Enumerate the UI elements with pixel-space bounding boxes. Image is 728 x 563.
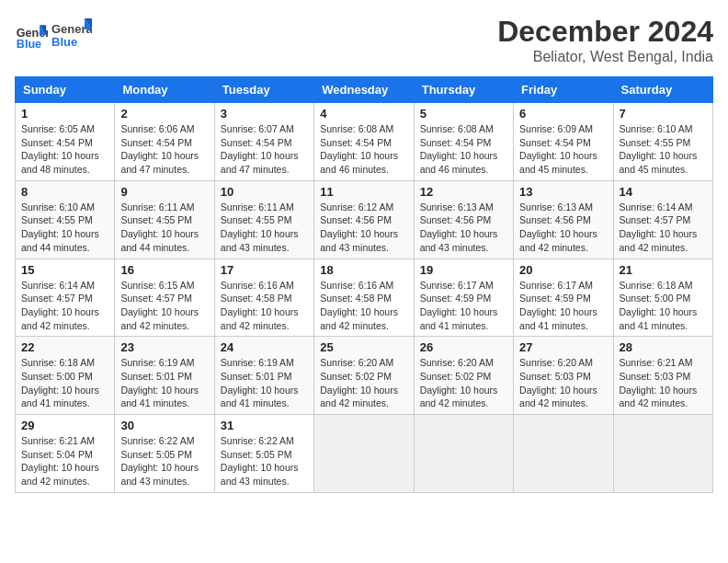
calendar-cell: 7 Sunrise: 6:10 AMSunset: 4:55 PMDayligh…	[613, 103, 712, 181]
calendar-cell: 30 Sunrise: 6:22 AMSunset: 5:05 PMDaylig…	[115, 415, 214, 493]
calendar-cell: 19 Sunrise: 6:17 AMSunset: 4:59 PMDaylig…	[414, 259, 513, 337]
svg-text:Blue: Blue	[51, 35, 77, 49]
day-number: 8	[21, 185, 108, 199]
calendar-cell: 1 Sunrise: 6:05 AMSunset: 4:54 PMDayligh…	[16, 103, 115, 181]
day-info: Sunrise: 6:13 AMSunset: 4:56 PMDaylight:…	[420, 201, 507, 255]
calendar-cell: 31 Sunrise: 6:22 AMSunset: 5:05 PMDaylig…	[214, 415, 313, 493]
day-info: Sunrise: 6:05 AMSunset: 4:54 PMDaylight:…	[21, 122, 108, 177]
calendar-cell: 27 Sunrise: 6:20 AMSunset: 5:03 PMDaylig…	[514, 337, 613, 415]
calendar-cell: 15 Sunrise: 6:14 AMSunset: 4:57 PMDaylig…	[16, 259, 115, 337]
logo-bird-icon: General Blue	[51, 15, 92, 55]
calendar-cell: 8 Sunrise: 6:10 AMSunset: 4:55 PMDayligh…	[16, 180, 115, 259]
header-sunday: Sunday	[16, 77, 115, 103]
calendar-week-2: 8 Sunrise: 6:10 AMSunset: 4:55 PMDayligh…	[16, 180, 713, 259]
day-info: Sunrise: 6:13 AMSunset: 4:56 PMDaylight:…	[519, 201, 607, 255]
day-number: 19	[420, 263, 507, 277]
day-info: Sunrise: 6:11 AMSunset: 4:55 PMDaylight:…	[120, 201, 208, 255]
header-saturday: Saturday	[613, 77, 712, 103]
day-info: Sunrise: 6:18 AMSunset: 5:00 PMDaylight:…	[620, 279, 707, 333]
day-number: 14	[620, 185, 707, 199]
calendar-cell: 23 Sunrise: 6:19 AMSunset: 5:01 PMDaylig…	[115, 337, 214, 415]
calendar-cell: 22 Sunrise: 6:18 AMSunset: 5:00 PMDaylig…	[16, 337, 115, 415]
calendar-cell: 24 Sunrise: 6:19 AMSunset: 5:01 PMDaylig…	[214, 337, 313, 415]
day-number: 28	[620, 340, 707, 354]
day-info: Sunrise: 6:09 AMSunset: 4:54 PMDaylight:…	[519, 122, 607, 177]
calendar-cell: 2 Sunrise: 6:06 AMSunset: 4:54 PMDayligh…	[115, 103, 214, 181]
day-number: 13	[519, 185, 607, 199]
day-info: Sunrise: 6:17 AMSunset: 4:59 PMDaylight:…	[519, 279, 607, 333]
header-monday: Monday	[115, 77, 214, 103]
calendar-cell	[613, 415, 712, 493]
calendar-cell: 5 Sunrise: 6:08 AMSunset: 4:54 PMDayligh…	[414, 103, 513, 181]
day-number: 11	[320, 185, 407, 199]
day-info: Sunrise: 6:20 AMSunset: 5:03 PMDaylight:…	[519, 356, 607, 410]
calendar-week-3: 15 Sunrise: 6:14 AMSunset: 4:57 PMDaylig…	[16, 259, 713, 337]
day-number: 31	[221, 419, 308, 432]
day-number: 6	[519, 107, 607, 121]
day-info: Sunrise: 6:22 AMSunset: 5:05 PMDaylight:…	[221, 434, 308, 488]
day-number: 1	[21, 107, 108, 121]
day-info: Sunrise: 6:21 AMSunset: 5:04 PMDaylight:…	[21, 434, 108, 488]
calendar-header-row: SundayMondayTuesdayWednesdayThursdayFrid…	[16, 77, 713, 103]
day-number: 24	[221, 340, 308, 354]
calendar-cell	[314, 415, 414, 493]
day-info: Sunrise: 6:12 AMSunset: 4:56 PMDaylight:…	[320, 201, 407, 255]
day-info: Sunrise: 6:15 AMSunset: 4:57 PMDaylight:…	[120, 279, 208, 333]
calendar-cell: 12 Sunrise: 6:13 AMSunset: 4:56 PMDaylig…	[414, 180, 513, 259]
calendar-cell: 21 Sunrise: 6:18 AMSunset: 5:00 PMDaylig…	[613, 259, 712, 337]
calendar-cell: 18 Sunrise: 6:16 AMSunset: 4:58 PMDaylig…	[314, 259, 414, 337]
day-number: 16	[120, 263, 208, 277]
calendar-cell: 29 Sunrise: 6:21 AMSunset: 5:04 PMDaylig…	[16, 415, 115, 493]
calendar-cell: 26 Sunrise: 6:20 AMSunset: 5:02 PMDaylig…	[414, 337, 513, 415]
day-info: Sunrise: 6:16 AMSunset: 4:58 PMDaylight:…	[320, 279, 407, 333]
calendar-cell	[514, 415, 613, 493]
day-info: Sunrise: 6:22 AMSunset: 5:05 PMDaylight:…	[120, 434, 208, 488]
calendar-cell: 6 Sunrise: 6:09 AMSunset: 4:54 PMDayligh…	[514, 103, 613, 181]
day-info: Sunrise: 6:10 AMSunset: 4:55 PMDaylight:…	[21, 201, 108, 255]
calendar-cell: 4 Sunrise: 6:08 AMSunset: 4:54 PMDayligh…	[314, 103, 414, 181]
calendar-cell: 9 Sunrise: 6:11 AMSunset: 4:55 PMDayligh…	[115, 180, 214, 259]
calendar-cell: 3 Sunrise: 6:07 AMSunset: 4:54 PMDayligh…	[214, 103, 313, 181]
day-info: Sunrise: 6:17 AMSunset: 4:59 PMDaylight:…	[420, 279, 507, 333]
day-info: Sunrise: 6:20 AMSunset: 5:02 PMDaylight:…	[320, 356, 407, 410]
day-number: 7	[620, 107, 707, 121]
calendar-cell: 16 Sunrise: 6:15 AMSunset: 4:57 PMDaylig…	[115, 259, 214, 337]
day-info: Sunrise: 6:07 AMSunset: 4:54 PMDaylight:…	[221, 122, 308, 177]
calendar-cell: 13 Sunrise: 6:13 AMSunset: 4:56 PMDaylig…	[514, 180, 613, 259]
day-number: 20	[519, 263, 607, 277]
day-info: Sunrise: 6:08 AMSunset: 4:54 PMDaylight:…	[320, 122, 407, 177]
calendar-week-1: 1 Sunrise: 6:05 AMSunset: 4:54 PMDayligh…	[16, 103, 713, 181]
day-number: 18	[320, 263, 407, 277]
calendar-cell: 11 Sunrise: 6:12 AMSunset: 4:56 PMDaylig…	[314, 180, 414, 259]
day-number: 4	[320, 107, 407, 121]
day-info: Sunrise: 6:16 AMSunset: 4:58 PMDaylight:…	[221, 279, 308, 333]
day-number: 9	[120, 185, 208, 199]
day-number: 10	[221, 185, 308, 199]
month-title: December 2024	[497, 15, 713, 49]
day-info: Sunrise: 6:21 AMSunset: 5:03 PMDaylight:…	[620, 356, 707, 410]
day-info: Sunrise: 6:08 AMSunset: 4:54 PMDaylight:…	[420, 122, 507, 177]
day-info: Sunrise: 6:19 AMSunset: 5:01 PMDaylight:…	[221, 356, 308, 410]
day-info: Sunrise: 6:19 AMSunset: 5:01 PMDaylight:…	[120, 356, 208, 410]
day-info: Sunrise: 6:10 AMSunset: 4:55 PMDaylight:…	[620, 122, 707, 177]
day-number: 22	[21, 340, 108, 354]
header-thursday: Thursday	[414, 77, 513, 103]
calendar-cell: 10 Sunrise: 6:11 AMSunset: 4:55 PMDaylig…	[214, 180, 313, 259]
day-number: 25	[320, 340, 407, 354]
day-number: 30	[120, 419, 208, 432]
day-info: Sunrise: 6:20 AMSunset: 5:02 PMDaylight:…	[420, 356, 507, 410]
title-block: December 2024 Beliator, West Bengal, Ind…	[497, 15, 713, 65]
day-number: 26	[420, 340, 507, 354]
page-header: General Blue General Blue December 2024 …	[15, 15, 713, 65]
day-info: Sunrise: 6:14 AMSunset: 4:57 PMDaylight:…	[21, 279, 108, 333]
logo: General Blue General Blue	[15, 15, 92, 55]
day-number: 15	[21, 263, 108, 277]
calendar-cell: 25 Sunrise: 6:20 AMSunset: 5:02 PMDaylig…	[314, 337, 414, 415]
calendar-cell: 28 Sunrise: 6:21 AMSunset: 5:03 PMDaylig…	[613, 337, 712, 415]
day-number: 12	[420, 185, 507, 199]
calendar-week-4: 22 Sunrise: 6:18 AMSunset: 5:00 PMDaylig…	[16, 337, 713, 415]
day-number: 3	[221, 107, 308, 121]
day-number: 23	[120, 340, 208, 354]
day-info: Sunrise: 6:14 AMSunset: 4:57 PMDaylight:…	[620, 201, 707, 255]
day-number: 29	[21, 419, 108, 432]
